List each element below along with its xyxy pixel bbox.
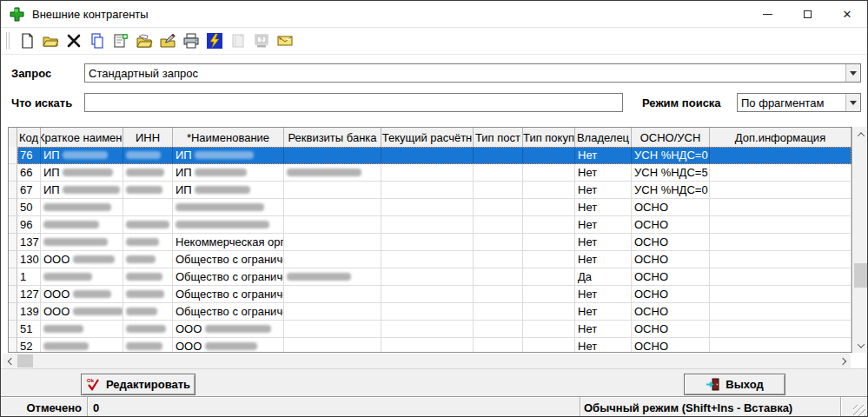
chevron-down-icon[interactable]: [845, 94, 860, 111]
query-label: Запрос: [11, 67, 51, 80]
cell-inn: [123, 338, 173, 353]
redacted-text: [126, 255, 156, 263]
row-selector[interactable]: [9, 286, 17, 303]
table-row[interactable]: 52ООО НетОСНО: [9, 338, 851, 353]
search-mode-value: По фрагментам: [738, 96, 845, 109]
edit-folder-icon[interactable]: [156, 30, 179, 52]
column-header-kratkoe[interactable]: Краткое наимен.: [41, 128, 123, 147]
column-header-bank[interactable]: Реквизиты банка: [284, 128, 381, 147]
scroll-right-icon[interactable]: [836, 354, 851, 368]
paste-icon[interactable]: [109, 30, 132, 52]
cell-osno: ОСНО: [632, 234, 710, 251]
edit-button-label: Редактировать: [106, 378, 190, 391]
cell-name: Общество с ограниче: [173, 251, 284, 268]
table-row[interactable]: 76ИП ИП НетУСН %НДС=0: [9, 147, 851, 164]
table-row[interactable]: 137Некоммерческая оргаНетОСНО: [9, 234, 851, 251]
toolbar-gripper[interactable]: [6, 32, 10, 50]
table-row[interactable]: 1Общество с ограничеДаОСНО: [9, 268, 851, 286]
redacted-text: [43, 221, 99, 228]
cell-bank: [284, 251, 381, 268]
scroll-down-icon[interactable]: [853, 338, 868, 353]
redacted-text: [176, 203, 264, 211]
cell-tpokup: [523, 286, 575, 303]
close-button[interactable]: ✕: [827, 1, 867, 27]
open-folder-icon[interactable]: [38, 30, 62, 52]
table-row[interactable]: 67ИП ИП НетУСН %НДС=0: [9, 182, 851, 199]
scroll-up-icon[interactable]: [853, 127, 868, 142]
vertical-scroll-thumb[interactable]: [854, 263, 867, 288]
search-input[interactable]: [84, 93, 623, 112]
new-document-icon[interactable]: [15, 30, 38, 52]
row-selector[interactable]: [9, 234, 17, 251]
minimize-button[interactable]: [747, 1, 787, 27]
query-combobox[interactable]: Стандартный запрос: [84, 63, 861, 83]
redacted-text: [205, 342, 257, 350]
envelope-icon[interactable]: [273, 30, 296, 52]
search-mode-combobox[interactable]: По фрагментам: [737, 93, 861, 112]
print-icon[interactable]: [179, 30, 202, 52]
maximize-button[interactable]: [787, 1, 827, 27]
column-header-tpost[interactable]: Тип пост: [474, 128, 523, 147]
column-header-kod[interactable]: Код: [17, 128, 41, 147]
cell-bank: [284, 182, 381, 199]
column-header-osno[interactable]: ОСНО/УСН: [632, 128, 710, 147]
cell-bank: [284, 286, 381, 303]
cell-kratkoe: [41, 268, 123, 286]
row-selector[interactable]: [9, 338, 17, 353]
help-icon[interactable]: ?: [249, 30, 273, 52]
scroll-left-icon[interactable]: [3, 354, 17, 368]
resize-grip[interactable]: [853, 405, 865, 417]
cell-osno: УСН %НДС=5: [632, 164, 710, 182]
table-row[interactable]: 66ИП ИП НетУСН %НДС=5: [9, 164, 851, 182]
row-selector[interactable]: [9, 199, 17, 216]
cell-tpost: [474, 338, 523, 353]
cell-kod: 1: [17, 268, 41, 286]
row-selector[interactable]: [9, 147, 17, 164]
redacted-text: [43, 342, 89, 350]
cell-tek: [381, 164, 474, 182]
horizontal-scrollbar[interactable]: [3, 354, 851, 368]
row-selector[interactable]: [9, 251, 17, 268]
lightning-icon[interactable]: [202, 30, 226, 52]
folder-docs-icon[interactable]: [132, 30, 156, 52]
table-row[interactable]: 51ООО НетОСНО: [9, 321, 851, 338]
edit-button[interactable]: Ok Редактировать: [81, 374, 195, 395]
exit-button[interactable]: Выход: [684, 374, 785, 395]
row-selector[interactable]: [9, 303, 17, 321]
svg-text:?: ?: [260, 36, 263, 43]
cell-name: [173, 216, 284, 234]
table-row[interactable]: 139ООО Общество с ограничеНетОСНО: [9, 303, 851, 321]
row-selector[interactable]: [9, 164, 17, 182]
cell-osno: ОСНО: [632, 216, 710, 234]
redacted-text: [176, 221, 269, 228]
table-row[interactable]: 50НетОСНО: [9, 199, 851, 216]
cell-osno: ОСНО: [632, 199, 710, 216]
grid-header-selector: [9, 128, 17, 147]
column-header-tpokup[interactable]: Тип покуп: [523, 128, 575, 147]
row-selector[interactable]: [9, 321, 17, 338]
row-selector[interactable]: [9, 268, 17, 286]
cell-bank: [284, 321, 381, 338]
cell-kod: 76: [17, 147, 41, 164]
chevron-down-icon[interactable]: [845, 64, 860, 82]
cell-osno: ОСНО: [632, 251, 710, 268]
table-row[interactable]: 130ООО Общество с ограничеНетОСНО: [9, 251, 851, 268]
column-header-tek[interactable]: Текущий расчётн: [381, 128, 474, 147]
row-selector[interactable]: [9, 216, 17, 234]
redacted-text: [43, 273, 92, 281]
row-selector[interactable]: [9, 182, 17, 199]
column-header-vlad[interactable]: Владелец: [575, 128, 632, 147]
delete-icon[interactable]: [62, 30, 85, 52]
table-row[interactable]: 96НетОСНО: [9, 216, 851, 234]
vertical-scrollbar[interactable]: [853, 127, 868, 353]
column-header-name[interactable]: *Наименование: [173, 128, 284, 147]
column-header-dop[interactable]: Доп.информация: [710, 128, 851, 147]
book-icon[interactable]: [226, 30, 249, 52]
horizontal-scroll-thumb[interactable]: [17, 354, 33, 367]
copy-icon[interactable]: [85, 30, 109, 52]
redacted-text: [43, 238, 108, 246]
cell-inn: [123, 147, 173, 164]
table-row[interactable]: 127ООО Общество с ограничеНетОСНО: [9, 286, 851, 303]
column-header-inn[interactable]: ИНН: [123, 128, 173, 147]
cell-vlad: Нет: [575, 338, 632, 353]
